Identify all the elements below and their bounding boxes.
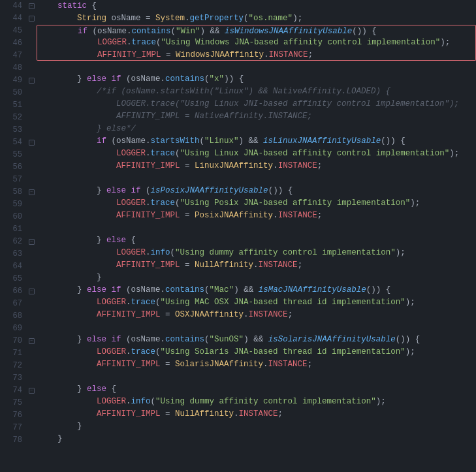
code-line: } else if (osName.contains("Mac") && isM… (37, 284, 476, 296)
breakpoint-area (0, 323, 7, 335)
code-line: AFFINITY_IMPL = LinuxJNAAffinity.INSTANC… (37, 160, 476, 172)
code-line: } (37, 420, 476, 433)
fold-area (26, 50, 37, 62)
fold-icon[interactable]: − (29, 189, 35, 195)
fold-icon[interactable]: − (29, 140, 35, 146)
code-line: if (osName.contains("Win") && isWindowsJ… (37, 25, 476, 37)
breakpoint-area (0, 310, 7, 323)
code-line: AFFINITY_IMPL = NullAffinity.INSTANCE; (37, 408, 476, 420)
code-line: } else if (osName.contains("SunOS") && i… (37, 334, 476, 346)
code-line: } (37, 272, 476, 284)
fold-icon[interactable]: − (29, 78, 35, 84)
line-number: 69 (7, 323, 26, 335)
line-number: 49 (7, 74, 26, 87)
fold-area (26, 87, 37, 99)
line-number: 76 (7, 409, 26, 422)
fold-area (26, 360, 37, 372)
code-line (37, 371, 476, 383)
fold-icon[interactable]: − (29, 289, 35, 294)
line-number: 70 (7, 335, 26, 347)
breakpoint-area (0, 74, 7, 87)
fold-area: − (26, 335, 37, 347)
fold-area (26, 161, 37, 174)
breakpoint-area (0, 136, 7, 149)
line-number: 64 (7, 260, 26, 273)
breakpoint-area (0, 186, 7, 198)
breakpoint-area (0, 260, 7, 273)
breakpoint-area (0, 422, 7, 434)
breakpoint-area (0, 360, 7, 372)
line-number: 59 (7, 198, 26, 211)
line-number: 74 (7, 385, 26, 397)
breakpoint-area (0, 397, 7, 409)
line-number: 67 (7, 298, 26, 310)
line-number: 55 (7, 149, 26, 161)
line-number: 75 (7, 397, 26, 409)
breakpoint-area (0, 335, 7, 347)
breakpoint-area (0, 124, 7, 136)
fold-icon[interactable]: − (29, 388, 35, 394)
breakpoint-area (0, 248, 7, 260)
fold-area (26, 25, 37, 37)
code-line: } else*/ (37, 123, 476, 135)
breakpoint-area (0, 25, 7, 37)
breakpoint-area (0, 236, 7, 248)
line-number: 66 (7, 285, 26, 298)
breakpoint-area (0, 37, 7, 50)
fold-area (26, 211, 37, 223)
line-number: 44 (7, 12, 26, 25)
code-line: LOGGER.trace("Using Windows JNA-based af… (37, 37, 476, 49)
fold-icon[interactable]: − (29, 16, 35, 22)
code-line: LOGGER.info("Using dummy affinity contro… (37, 396, 476, 408)
code-line: AFFINITY_IMPL = PosixJNAAffinity.INSTANC… (37, 210, 476, 222)
breakpoint-area (0, 99, 7, 112)
fold-area (26, 323, 37, 335)
breakpoint-area (0, 385, 7, 397)
line-number: 78 (7, 434, 26, 447)
code-line: } else if (isPosixJNAAffinityUsable()) { (37, 185, 476, 197)
code-line (37, 61, 476, 73)
code-line: AFFINITY_IMPL = NullAffinity.INSTANCE; (37, 259, 476, 272)
line-number: 58 (7, 186, 26, 198)
code-line: AFFINITY_IMPL = NativeAffinity.INSTANCE; (37, 110, 476, 123)
line-number: 50 (7, 87, 26, 99)
fold-area: − (26, 385, 37, 397)
breakpoint-area (0, 372, 7, 385)
fold-area (26, 347, 37, 360)
fold-icon[interactable]: − (29, 239, 35, 245)
fold-area (26, 434, 37, 447)
code-line: AFFINITY_IMPL = WindowsJNAAffinity.INSTA… (37, 49, 476, 61)
line-number: 56 (7, 161, 26, 174)
code-line: LOGGER.trace("Using Solaris JNA-based th… (37, 346, 476, 358)
line-number: 65 (7, 273, 26, 285)
code-line: } else { (37, 383, 476, 396)
breakpoint-area (0, 211, 7, 223)
fold-icon[interactable]: − (29, 338, 35, 344)
line-number: 73 (7, 372, 26, 385)
breakpoint-area (0, 62, 7, 74)
breakpoint-area (0, 87, 7, 99)
breakpoint-area (0, 298, 7, 310)
fold-area (26, 124, 37, 136)
fold-area (26, 260, 37, 273)
fold-icon[interactable]: − (29, 3, 35, 9)
line-number: 72 (7, 360, 26, 372)
breakpoint-area (0, 285, 7, 298)
line-number: 61 (7, 223, 26, 236)
code-editor: 44−44−4546474849−5051525354−55565758−596… (0, 0, 476, 472)
line-number: 52 (7, 112, 26, 124)
code-line: } else { (37, 234, 476, 247)
fold-area (26, 409, 37, 422)
fold-area: − (26, 74, 37, 87)
fold-area (26, 99, 37, 112)
code-line: LOGGER.trace("Using Linux JNA-based affi… (37, 148, 476, 160)
line-number: 53 (7, 124, 26, 136)
breakpoint-area (0, 12, 7, 25)
fold-area (26, 273, 37, 285)
breakpoint-area (0, 50, 7, 62)
line-number: 46 (7, 37, 26, 50)
fold-area: − (26, 285, 37, 298)
fold-area: − (26, 186, 37, 198)
code-line: LOGGER.info("Using dummy affinity contro… (37, 247, 476, 259)
fold-area: − (26, 236, 37, 248)
